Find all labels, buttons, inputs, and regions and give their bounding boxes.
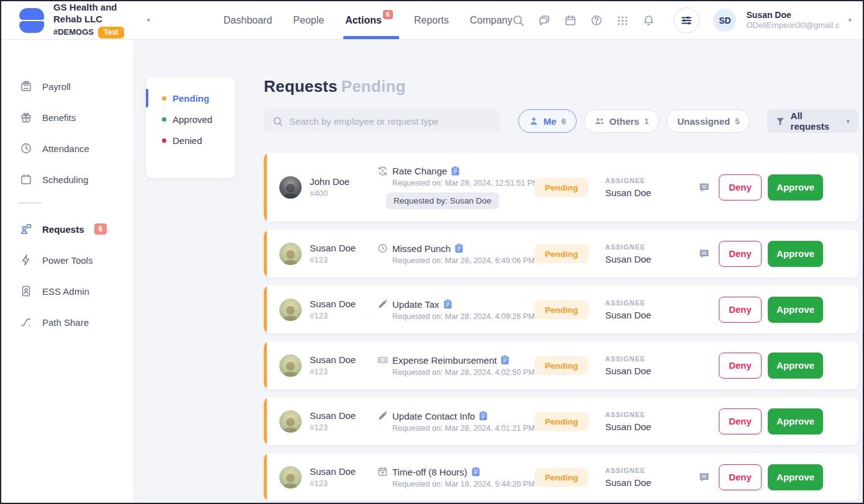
person-icon (529, 116, 539, 126)
search-input[interactable] (289, 116, 492, 127)
page-title: RequestsPending (264, 77, 858, 96)
search-box[interactable] (264, 109, 500, 133)
tab-count: 1 (644, 117, 649, 126)
requests-list: John Doe #400 $ Rate Change Requested on… (264, 153, 858, 501)
sidebar-item-path-share[interactable]: Path Share (1, 314, 133, 330)
user-avatar[interactable]: SD (713, 9, 736, 32)
approve-button[interactable]: Approve (768, 408, 823, 434)
tab-count: 5 (735, 117, 739, 126)
sidebar-item-payroll[interactable]: $ Payroll (1, 78, 133, 94)
request-doc-icon[interactable] (451, 166, 459, 176)
clock-icon (377, 243, 388, 253)
deny-button[interactable]: Deny (719, 241, 762, 267)
nav-people[interactable]: People (293, 1, 324, 39)
sidebar-item-benefits[interactable]: Benefits (1, 109, 133, 125)
search-icon (272, 116, 283, 127)
chevron-down-icon[interactable]: ▾ (147, 16, 151, 24)
sidebar-item-label: Attendance (42, 143, 89, 154)
approve-button[interactable]: Approve (768, 297, 823, 323)
sidebar-item-label: Path Share (42, 317, 89, 328)
pending-accent-bar (264, 286, 267, 333)
approve-button[interactable]: Approve (768, 241, 823, 267)
status-badge: Pending (534, 300, 588, 319)
sidebar-item-scheduling[interactable]: Scheduling (1, 171, 133, 187)
status-filter-card: Pending Approved Denied (146, 77, 235, 178)
deny-button[interactable]: Deny (719, 174, 762, 200)
assignee-label: ASSIGNEE (605, 355, 651, 362)
deny-button[interactable]: Deny (719, 353, 762, 379)
deny-button[interactable]: Deny (719, 464, 762, 490)
status-badge: Pending (534, 244, 588, 263)
nav-company[interactable]: Company (470, 1, 512, 39)
status-filter-denied[interactable]: Denied (146, 133, 235, 148)
status-filter-label: Approved (173, 114, 212, 125)
request-doc-icon[interactable] (501, 355, 509, 364)
approve-button[interactable]: Approve (768, 464, 823, 490)
employee-id: #123 (310, 423, 356, 432)
approve-button[interactable]: Approve (768, 174, 823, 200)
calendar-icon (20, 173, 32, 186)
sidebar-item-requests[interactable]: Requests 6 (1, 221, 133, 237)
nav-actions[interactable]: Actions6 (345, 1, 393, 39)
sidebar-item-attendance[interactable]: Attendance (1, 140, 133, 156)
sidebar-item-power-tools[interactable]: Power Tools (1, 252, 133, 268)
employee-id: #123 (310, 479, 356, 488)
user-menu[interactable]: Susan Doe ODellEmpeon30@gmail.co (746, 9, 839, 31)
requested-on: Requested on: Mar 28, 2024, 4:02:50 PM (392, 367, 534, 376)
requested-on: Requested on: Mar 18, 2024, 5:44:20 PM (392, 479, 534, 488)
assignee-name: Susan Doe (605, 366, 651, 376)
svg-text:$: $ (383, 358, 385, 362)
employee-avatar[interactable] (279, 176, 302, 199)
tab-others[interactable]: Others 1 (584, 109, 660, 133)
status-filter-pending[interactable]: Pending (146, 91, 235, 106)
tab-unassigned[interactable]: Unassigned 5 (667, 109, 750, 133)
approved-dot (162, 117, 166, 122)
clock-icon (20, 142, 32, 155)
chevron-down-icon: ▾ (846, 117, 850, 125)
funnel-icon (776, 117, 785, 126)
pencil-icon (377, 299, 388, 309)
comment-icon[interactable] (698, 471, 710, 483)
company-selector[interactable]: GS Health and Rehab LLC #DEMOGS Test (53, 2, 131, 38)
sidebar-item-ess-admin[interactable]: ESS Admin (1, 283, 133, 299)
top-header: GS Health and Rehab LLC #DEMOGS Test ▾ D… (1, 1, 863, 40)
request-doc-icon[interactable] (444, 299, 452, 308)
empeon-logo (17, 7, 45, 34)
comment-icon[interactable] (698, 248, 710, 259)
request-doc-icon[interactable] (472, 467, 480, 476)
employee-avatar[interactable] (279, 466, 302, 488)
apps-grid-icon[interactable] (616, 14, 629, 27)
content-area: Pending Approved Denied RequestsPending (134, 40, 863, 503)
search-icon[interactable] (512, 14, 524, 27)
request-type: Expense Reimbursement (392, 354, 497, 365)
requested-on: Requested on: Mar 29, 2024, 12:51:51 PM (392, 179, 539, 187)
request-doc-icon[interactable] (479, 411, 487, 420)
approve-button[interactable]: Approve (768, 353, 823, 379)
nav-dashboard[interactable]: Dashboard (223, 1, 272, 39)
deny-button[interactable]: Deny (719, 297, 762, 323)
tab-me[interactable]: Me 6 (518, 109, 577, 133)
assignee-label: ASSIGNEE (605, 243, 651, 251)
assignee-label: ASSIGNEE (605, 467, 651, 474)
chevron-down-icon[interactable]: ▾ (848, 16, 852, 24)
deny-button[interactable]: Deny (719, 408, 762, 434)
comment-icon[interactable] (698, 181, 710, 193)
calendar-icon[interactable] (564, 14, 577, 27)
status-filter-approved[interactable]: Approved (146, 112, 235, 127)
request-doc-icon[interactable] (455, 243, 463, 253)
employee-avatar[interactable] (279, 410, 302, 433)
all-requests-filter[interactable]: All requests ▾ (767, 109, 858, 133)
employee-name: Susan Doe (310, 243, 356, 253)
employee-avatar[interactable] (279, 299, 302, 321)
bell-icon[interactable] (642, 14, 655, 27)
assignee-name: Susan Doe (605, 310, 651, 320)
page-subtitle: Pending (341, 77, 406, 96)
employee-avatar[interactable] (279, 243, 302, 265)
help-icon[interactable] (590, 14, 603, 27)
nav-reports[interactable]: Reports (414, 1, 449, 39)
employee-id: #123 (310, 367, 356, 376)
chat-icon[interactable] (538, 14, 551, 27)
request-row: Susan Doe #123 Update Tax Requested on: … (264, 286, 858, 333)
employee-avatar[interactable] (279, 354, 302, 377)
preferences-button[interactable] (673, 7, 700, 34)
